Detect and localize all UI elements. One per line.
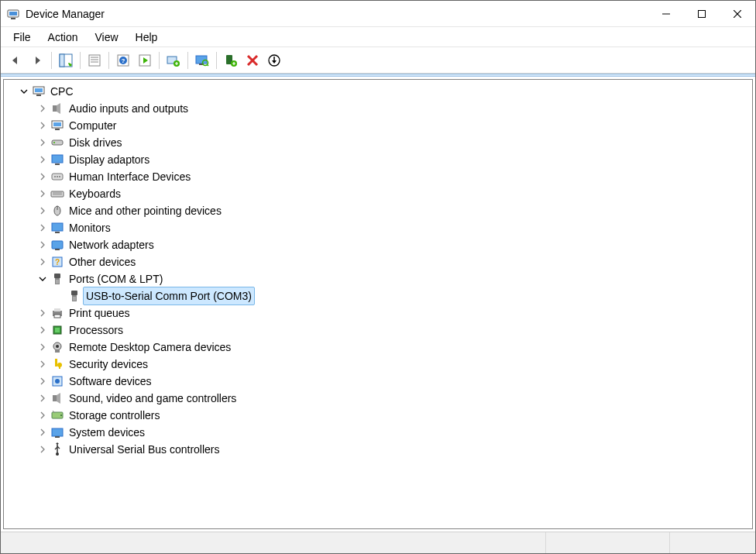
menu-view[interactable]: View xyxy=(87,29,125,45)
device-tree[interactable]: CPC Audio inputs and outputsComputerDisk… xyxy=(3,79,753,529)
software-icon xyxy=(50,374,64,388)
menu-file[interactable]: File xyxy=(5,29,39,45)
close-button[interactable] xyxy=(720,2,755,26)
camera-icon xyxy=(50,340,64,354)
svg-text:?: ? xyxy=(122,57,125,64)
expander-icon[interactable] xyxy=(36,205,49,217)
svg-rect-57 xyxy=(54,274,60,278)
tree-category[interactable]: Sound, video and game controllers xyxy=(4,390,752,407)
network-icon xyxy=(50,238,64,252)
minimize-button[interactable] xyxy=(648,2,684,26)
expander-icon[interactable] xyxy=(36,273,49,285)
scan-hardware-button[interactable] xyxy=(192,50,212,71)
system-icon xyxy=(50,425,64,439)
expander-icon[interactable] xyxy=(36,222,49,234)
computer-icon xyxy=(32,84,46,98)
svg-rect-66 xyxy=(54,308,60,311)
expander-icon[interactable] xyxy=(36,136,49,149)
maximize-button[interactable] xyxy=(684,2,720,26)
tree-category[interactable]: Audio inputs and outputs xyxy=(4,100,752,117)
expander-icon[interactable] xyxy=(36,307,49,319)
category-label: Other devices xyxy=(67,253,137,270)
back-button[interactable] xyxy=(5,50,26,71)
svg-rect-81 xyxy=(52,428,63,436)
window-title: Device Manager xyxy=(26,8,105,20)
expander-icon[interactable] xyxy=(36,170,49,183)
tree-category[interactable]: ?Other devices xyxy=(4,253,752,270)
svg-point-44 xyxy=(57,176,58,177)
expander-icon[interactable] xyxy=(36,375,49,387)
category-label: Mice and other pointing devices xyxy=(67,202,223,219)
tree-category[interactable]: Monitors xyxy=(4,219,752,236)
titlebar: Device Manager xyxy=(1,1,755,27)
expander-icon[interactable] xyxy=(36,443,49,456)
tree-category[interactable]: Human Interface Devices xyxy=(4,168,752,185)
tree-category[interactable]: Disk drives xyxy=(4,134,752,151)
menu-help[interactable]: Help xyxy=(128,29,166,45)
toolbar-separator xyxy=(216,52,217,69)
svg-rect-40 xyxy=(52,155,63,163)
statusbar xyxy=(1,532,755,553)
category-label: Remote Desktop Camera devices xyxy=(67,339,232,356)
expander-icon[interactable] xyxy=(36,324,49,336)
help-button[interactable]: ? xyxy=(113,50,133,71)
action-button[interactable] xyxy=(135,50,155,71)
expander-icon[interactable] xyxy=(36,341,49,353)
audio-icon xyxy=(50,102,64,115)
tree-category[interactable]: Network adapters xyxy=(4,236,752,253)
tree-category[interactable]: Software devices xyxy=(4,373,752,390)
show-hide-button[interactable] xyxy=(56,50,76,71)
tree-category[interactable]: Keyboards xyxy=(4,185,752,202)
category-label: Software devices xyxy=(67,373,153,390)
port-icon xyxy=(50,272,64,286)
expander-icon[interactable] xyxy=(36,392,49,404)
expander-icon[interactable] xyxy=(36,119,49,132)
category-label: Storage controllers xyxy=(67,407,162,424)
expander-icon[interactable] xyxy=(36,153,49,166)
tree-category[interactable]: Storage controllers xyxy=(4,407,752,424)
svg-point-43 xyxy=(54,176,56,177)
tree-root[interactable]: CPC xyxy=(4,83,752,100)
svg-rect-73 xyxy=(55,359,57,366)
forward-button[interactable] xyxy=(27,50,47,71)
update-driver-button[interactable] xyxy=(163,50,184,71)
tree-device[interactable]: USB-to-Serial Comm Port (COM3) xyxy=(4,287,752,305)
expander-icon[interactable] xyxy=(36,409,49,422)
category-label: Sound, video and game controllers xyxy=(67,390,238,407)
enable-device-button[interactable] xyxy=(221,50,241,71)
expander-icon[interactable] xyxy=(36,102,49,115)
tree-category[interactable]: Remote Desktop Camera devices xyxy=(4,339,752,356)
menubar: File Action View Help xyxy=(1,27,755,47)
tree-category[interactable]: System devices xyxy=(4,424,752,441)
svg-line-24 xyxy=(207,64,208,66)
expander-icon[interactable] xyxy=(36,358,49,370)
tree-category[interactable]: Security devices xyxy=(4,356,752,373)
expander-icon[interactable] xyxy=(18,85,30,98)
svg-rect-58 xyxy=(55,278,60,284)
tree-category[interactable]: Mice and other pointing devices xyxy=(4,202,752,219)
category-label: Keyboards xyxy=(67,185,122,202)
toolbar-separator xyxy=(159,52,160,69)
uninstall-device-button[interactable] xyxy=(242,50,263,71)
expander-icon[interactable] xyxy=(36,239,49,251)
svg-rect-37 xyxy=(55,129,60,130)
tree-category[interactable]: Universal Serial Bus controllers xyxy=(4,441,752,458)
category-label: Processors xyxy=(67,322,125,339)
tree-category[interactable]: Processors xyxy=(4,322,752,339)
svg-rect-4 xyxy=(699,10,706,17)
menu-action[interactable]: Action xyxy=(40,29,86,45)
toolbar: ? xyxy=(1,47,755,74)
tree-category[interactable]: Display adaptors xyxy=(4,151,752,168)
disable-device-button[interactable] xyxy=(264,50,284,71)
tree-category[interactable]: Computer xyxy=(4,117,752,134)
tree-category[interactable]: Ports (COM & LPT) xyxy=(4,270,752,287)
category-label: Human Interface Devices xyxy=(67,168,192,185)
tree-category[interactable]: Print queues xyxy=(4,305,752,322)
svg-marker-84 xyxy=(56,442,59,444)
expander-icon[interactable] xyxy=(36,188,49,200)
svg-marker-9 xyxy=(68,63,72,67)
properties-button[interactable] xyxy=(84,50,105,71)
computer-icon xyxy=(50,119,64,132)
expander-icon[interactable] xyxy=(36,426,49,439)
expander-icon[interactable] xyxy=(36,256,49,268)
